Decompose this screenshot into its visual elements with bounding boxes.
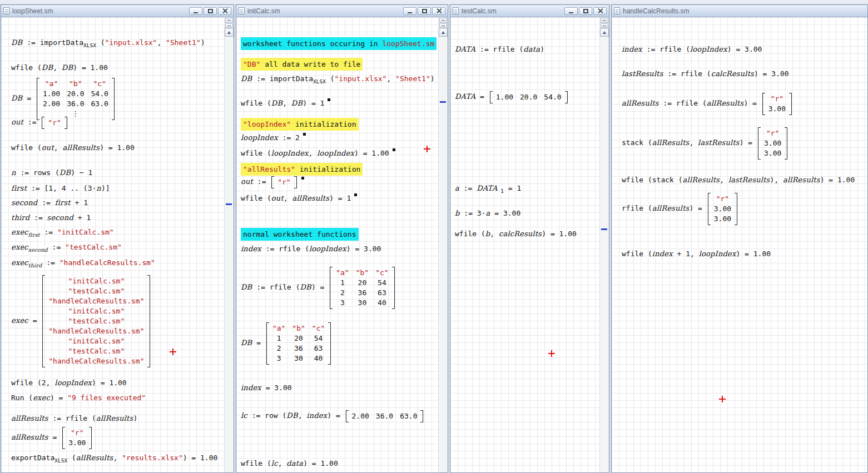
expr-out-def[interactable]: out := "r" — [241, 176, 304, 188]
expr-wfile-index[interactable]: wfile (index + 1, loopIndex) = 1.00 — [622, 248, 771, 259]
maximize-button[interactable] — [204, 7, 217, 15]
expr-wfile-lc[interactable]: wfile (lc, data) = 1.00 — [241, 458, 338, 469]
minimize-icon — [408, 12, 412, 13]
titlebar-initcalc[interactable]: initCalc.sm — [236, 5, 448, 17]
insertion-cursor[interactable] — [719, 396, 726, 402]
window-title: handleCalcResults.sm — [623, 7, 865, 15]
insertion-cursor[interactable] — [548, 350, 555, 357]
expr-lc-row[interactable]: lc := row (DB, index) = 2.0036.063.0 — [241, 410, 424, 422]
scroll-position-marker — [601, 228, 607, 230]
text-region-loopindex-note[interactable]: "loopIndex" initialization — [241, 118, 359, 131]
split-view-control[interactable] — [439, 17, 448, 28]
titlebar-loopsheet[interactable]: loopSheet.sm — [1, 5, 234, 17]
text-region-allresults-note[interactable]: "allResults" initialization — [241, 163, 363, 176]
expr-index-rfile[interactable]: index := rfile (loopIndex) = 3.00 — [622, 44, 762, 54]
expr-wfile-out[interactable]: wfile (out, allResults) = 1.00 — [11, 142, 135, 153]
expr-second[interactable]: second := first + 1 — [11, 197, 88, 208]
maximize-button[interactable] — [579, 7, 592, 15]
expr-allresults-rfile[interactable]: allResults := rfile (allResults) — [11, 413, 137, 424]
window-title: initCalc.sm — [247, 7, 400, 15]
worksheet-canvas[interactable]: index := rfile (loopIndex) = 3.00lastRes… — [612, 17, 867, 472]
expr-db-import[interactable]: DB := importDataXLSX ("input.xlsx", "She… — [241, 73, 438, 87]
window-handlecalcresults: handleCalcResults.sm index := rfile (loo… — [611, 4, 868, 473]
scrollbar-column — [438, 17, 448, 472]
expr-b-def[interactable]: b := 3·a = 3.00 — [455, 208, 520, 218]
close-button[interactable] — [432, 7, 445, 15]
matrix: "r"3.00 — [762, 93, 792, 115]
minimize-button[interactable] — [189, 7, 202, 15]
maximize-button[interactable] — [418, 7, 431, 15]
close-button[interactable] — [593, 7, 607, 15]
expr-out-def[interactable]: out := "r" — [11, 117, 68, 129]
window-testcalc: testCalc.sm DATA := rfile (data)DATA = 1… — [450, 4, 609, 473]
expr-lastresults[interactable]: lastResults := rfile (calcResults) = 3.0… — [622, 68, 789, 79]
expr-first-range[interactable]: first := [1, 4 .. (3·n)] — [11, 183, 110, 193]
expr-data-matrix[interactable]: DATA = 1.0020.054.0 — [455, 91, 569, 103]
window-buttons — [189, 7, 231, 15]
expr-allresults-rfile[interactable]: allResults := rfile (allResults) = "r"3.… — [622, 93, 793, 115]
matrix: "initCalc.sm""testCalc.sm""handleCalcRes… — [42, 275, 150, 367]
expr-index-rfile[interactable]: index := rfile (loopIndex) = 3.00 — [241, 243, 381, 254]
titlebar-handlecalcresults[interactable]: handleCalcResults.sm — [612, 5, 867, 17]
region-marker — [303, 133, 306, 136]
expr-wfile-db[interactable]: wfile (DB, DB) = 1.00 — [11, 62, 108, 73]
window-loopsheet: loopSheet.sm DB := importDataXLSX ("inpu… — [1, 4, 234, 473]
expr-wfile-stack[interactable]: wfile (stack (allResults, lastResults), … — [622, 175, 855, 185]
minimize-button[interactable] — [403, 7, 416, 15]
scroll-position-marker — [440, 101, 446, 103]
expr-loopindex-def[interactable]: loopIndex := 2 — [241, 132, 306, 143]
expr-wfile-db[interactable]: wfile (DB, DB) = 1 — [241, 98, 330, 108]
expr-wfile-b[interactable]: wfile (b, calcResults) = 1.00 — [455, 228, 577, 239]
vertical-scrollbar[interactable] — [600, 37, 609, 472]
titlebar-testcalc[interactable]: testCalc.sm — [450, 5, 609, 17]
expr-a-def[interactable]: a := DATA 1 = 1 — [455, 183, 521, 196]
expr-wfile-loopindex[interactable]: wfile (loopIndex, loopIndex) = 1.00 — [241, 148, 395, 158]
window-title: testCalc.sm — [462, 7, 562, 15]
scrollbar-column — [224, 17, 234, 472]
expr-n-rows[interactable]: n := rows (DB) − 1 — [11, 167, 92, 178]
expr-exportdata[interactable]: exportDataXLSX (allResults, "results.xls… — [11, 452, 217, 466]
expr-exec-matrix[interactable]: exec = "initCalc.sm""testCalc.sm""handle… — [11, 275, 151, 367]
scroll-up-button[interactable] — [439, 28, 448, 37]
split-view-control[interactable] — [600, 17, 609, 28]
expr-db-import[interactable]: DB := importDataXLSX ("input.xlsx", "She… — [11, 37, 205, 51]
document-icon — [3, 7, 9, 14]
worksheet-canvas[interactable]: DATA := rfile (data)DATA = 1.0020.054.0a… — [450, 17, 599, 472]
region-marker — [301, 177, 304, 180]
worksheet-canvas[interactable]: DB := importDataXLSX ("input.xlsx", "She… — [1, 17, 224, 472]
expr-db-matrix[interactable]: DB = "a""b""c"120542366333040 — [241, 322, 332, 365]
document-icon — [453, 7, 459, 14]
close-icon — [436, 8, 442, 14]
matrix: "a""b""c"1.0020.054.02.0036.063.0⋮ — [37, 78, 115, 120]
text-region-normal[interactable]: normal worksheet functions — [241, 228, 359, 241]
scroll-up-button[interactable] — [225, 28, 234, 37]
window-initcalc: initCalc.sm worksheet functions occuring… — [236, 4, 448, 473]
close-button[interactable] — [218, 7, 231, 15]
expr-stack[interactable]: stack (allResults, lastResults) = "r"3.0… — [622, 127, 788, 160]
expr-third[interactable]: third := second + 1 — [11, 212, 91, 223]
expr-exec-first[interactable]: execfirst := "initCalc.sm" — [11, 227, 114, 240]
scroll-position-marker — [226, 203, 232, 205]
expr-rfile-allresults[interactable]: rfile (allResults) = "r"3.003.00 — [622, 193, 738, 225]
region-marker — [354, 193, 357, 196]
expr-wfile-loopindex[interactable]: wfile (2, loopIndex) = 1.00 — [11, 377, 127, 388]
expr-db-rfile-matrix[interactable]: DB := rfile (DB) = "a""b""c"120542366333… — [241, 267, 396, 309]
expr-db-matrix[interactable]: DB = "a""b""c"1.0020.054.02.0036.063.0⋮ — [11, 78, 116, 120]
text-region-header[interactable]: worksheet functions occuring in loopShee… — [241, 37, 437, 50]
scroll-up-button[interactable] — [600, 28, 609, 37]
expr-index-val[interactable]: index = 3.00 — [241, 382, 292, 393]
vertical-scrollbar[interactable] — [225, 37, 234, 472]
split-view-control[interactable] — [225, 17, 234, 28]
expr-run[interactable]: Run (exec) = "9 files executed" — [11, 392, 146, 403]
expr-wfile-out[interactable]: wfile (out, allResults) = 1 — [241, 193, 357, 203]
minimize-button[interactable] — [564, 7, 578, 15]
expr-exec-second[interactable]: execsecond := "testCalc.sm" — [11, 242, 122, 255]
expr-exec-third[interactable]: execthird := "handleCalcResults.sm" — [11, 257, 155, 271]
expr-allresults-matrix[interactable]: allResults = "r"3.00 — [11, 427, 93, 449]
insertion-cursor[interactable] — [424, 146, 430, 152]
insertion-cursor[interactable] — [170, 348, 176, 355]
expr-data-rfile[interactable]: DATA := rfile (data) — [455, 44, 544, 54]
document-icon — [614, 7, 620, 14]
worksheet-canvas[interactable]: worksheet functions occuring in loopShee… — [236, 17, 438, 472]
text-region-db-note[interactable]: "DB" all data write to file — [241, 58, 363, 71]
